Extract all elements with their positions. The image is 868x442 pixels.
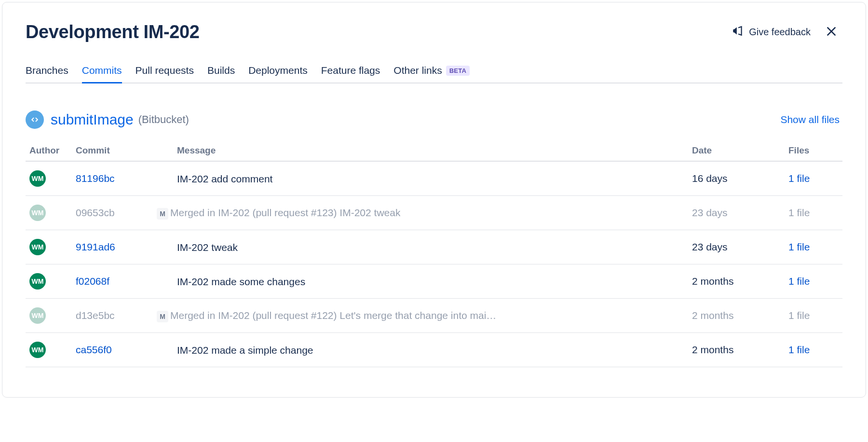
commit-hash-link[interactable]: 9191ad6: [76, 241, 115, 252]
col-files: Files: [785, 140, 842, 161]
table-row: WM9191ad6IM-202 tweak23 days1 file: [26, 230, 842, 264]
commit-hash-link[interactable]: f02068f: [76, 276, 109, 287]
tab-feature-flags[interactable]: Feature flags: [321, 65, 380, 83]
tab-label: Other links: [393, 65, 442, 76]
commit-date: 23 days: [692, 207, 728, 218]
megaphone-icon: [732, 25, 744, 40]
repo-provider: (Bitbucket): [138, 113, 189, 126]
commit-message: IM-202 made some changes: [177, 276, 305, 288]
commit-date: 2 months: [692, 310, 733, 321]
commit-hash-link[interactable]: d13e5bc: [76, 310, 115, 321]
commit-message: Merged in IM-202 (pull request #123) IM-…: [170, 207, 400, 219]
commit-hash-link[interactable]: 81196bc: [76, 173, 115, 184]
show-all-files-button[interactable]: Show all files: [777, 113, 842, 126]
give-feedback-label: Give feedback: [749, 27, 811, 38]
close-icon: [825, 25, 838, 39]
files-link[interactable]: 1 file: [788, 344, 810, 355]
tabs: BranchesCommitsPull requestsBuildsDeploy…: [26, 65, 842, 83]
beta-badge: BETA: [446, 66, 470, 76]
col-commit: Commit: [72, 140, 173, 161]
files-link[interactable]: 1 file: [788, 276, 810, 287]
table-row: WMca556f0IM-202 made a simple change2 mo…: [26, 333, 842, 367]
commit-date: 2 months: [692, 344, 733, 355]
tab-label: Commits: [82, 65, 122, 76]
col-date: Date: [688, 140, 785, 161]
commits-table: Author Commit Message Date Files WM81196…: [26, 140, 842, 367]
files-link[interactable]: 1 file: [788, 241, 810, 252]
avatar: WM: [29, 239, 46, 255]
merge-badge: M: [157, 208, 168, 220]
panel-title: Development IM-202: [26, 22, 200, 42]
tab-label: Branches: [26, 65, 68, 76]
give-feedback-button[interactable]: Give feedback: [725, 21, 817, 43]
col-message: Message: [173, 140, 688, 161]
tab-deployments[interactable]: Deployments: [248, 65, 308, 83]
files-link[interactable]: 1 file: [788, 207, 810, 218]
col-author: Author: [26, 140, 72, 161]
tab-label: Builds: [207, 65, 235, 76]
avatar: WM: [29, 307, 46, 324]
code-icon: [26, 110, 44, 129]
commit-date: 23 days: [692, 241, 728, 252]
files-link[interactable]: 1 file: [788, 173, 810, 184]
commit-hash-link[interactable]: ca556f0: [76, 344, 112, 355]
commit-message: Merged in IM-202 (pull request #122) Let…: [170, 310, 496, 321]
avatar: WM: [29, 170, 46, 187]
commit-hash-link[interactable]: 09653cb: [76, 207, 115, 218]
avatar: WM: [29, 273, 46, 290]
table-row: WM81196bcIM-202 add comment16 days1 file: [26, 161, 842, 196]
commit-date: 16 days: [692, 173, 728, 184]
commit-message: IM-202 add comment: [177, 173, 272, 185]
merge-badge: M: [157, 311, 168, 322]
commit-message: IM-202 made a simple change: [177, 345, 313, 356]
avatar: WM: [29, 342, 46, 358]
tab-pull-requests[interactable]: Pull requests: [136, 65, 194, 83]
table-row: WMf02068fIM-202 made some changes2 month…: [26, 264, 842, 299]
files-link[interactable]: 1 file: [788, 310, 810, 321]
repo-name-link[interactable]: submitImage: [51, 111, 134, 128]
table-row: WMd13e5bcMMerged in IM-202 (pull request…: [26, 299, 842, 333]
tab-commits[interactable]: Commits: [82, 65, 122, 83]
tab-branches[interactable]: Branches: [26, 65, 68, 83]
close-button[interactable]: [820, 21, 842, 43]
commit-message: IM-202 tweak: [177, 242, 238, 253]
tab-builds[interactable]: Builds: [207, 65, 235, 83]
development-panel: Development IM-202 Give feedback Branche…: [2, 2, 866, 398]
table-row: WM09653cbMMerged in IM-202 (pull request…: [26, 196, 842, 230]
panel-header: Development IM-202 Give feedback: [26, 21, 842, 43]
tab-other-links[interactable]: Other linksBETA: [393, 65, 470, 83]
avatar: WM: [29, 205, 46, 221]
commit-date: 2 months: [692, 276, 733, 287]
tab-label: Feature flags: [321, 65, 380, 76]
repo-header: submitImage (Bitbucket) Show all files: [26, 110, 842, 129]
tab-label: Pull requests: [136, 65, 194, 76]
tab-label: Deployments: [248, 65, 308, 76]
